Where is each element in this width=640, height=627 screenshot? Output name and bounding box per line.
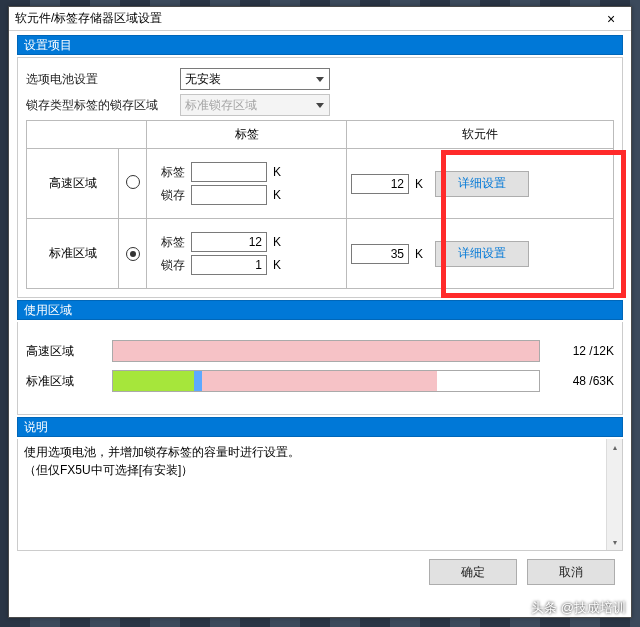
usage-hs-label: 高速区域 bbox=[26, 343, 106, 360]
highspeed-radio[interactable] bbox=[126, 175, 140, 189]
hs-latch-input[interactable] bbox=[191, 185, 267, 205]
hs-tag-label: 标签 bbox=[151, 164, 185, 181]
col-device: 软元件 bbox=[347, 121, 614, 149]
unit-k: K bbox=[273, 188, 287, 202]
hs-latch-label: 锁存 bbox=[151, 187, 185, 204]
titlebar: 软元件/标签存储器区域设置 × bbox=[9, 7, 631, 31]
unit-k: K bbox=[273, 165, 287, 179]
row-standard: 标准区域 bbox=[27, 219, 119, 289]
dialog-footer: 确定 取消 bbox=[17, 553, 623, 591]
cancel-button[interactable]: 取消 bbox=[527, 559, 615, 585]
usage-st-stat: 48 /63K bbox=[546, 374, 614, 388]
unit-k: K bbox=[415, 177, 429, 191]
desc-header: 说明 bbox=[17, 417, 623, 437]
col-tag: 标签 bbox=[147, 121, 347, 149]
usage-hs-stat: 12 /12K bbox=[546, 344, 614, 358]
window-title: 软元件/标签存储器区域设置 bbox=[15, 10, 162, 27]
scroll-down-icon[interactable]: ▾ bbox=[607, 534, 623, 550]
close-icon[interactable]: × bbox=[591, 7, 631, 31]
usage-panel: 高速区域 12 /12K 标准区域 48 /63K bbox=[17, 322, 623, 415]
settings-panel: 选项电池设置 无安装 锁存类型标签的锁存区域 标准锁存区域 bbox=[17, 57, 623, 298]
st-latch-label: 锁存 bbox=[151, 257, 185, 274]
battery-label: 选项电池设置 bbox=[26, 71, 166, 88]
latch-area-label: 锁存类型标签的锁存区域 bbox=[26, 97, 166, 114]
usage-hs-bar bbox=[112, 340, 540, 362]
unit-k: K bbox=[273, 235, 287, 249]
dialog-window: 软元件/标签存储器区域设置 × 设置项目 选项电池设置 无安装 锁存类型标签的锁… bbox=[8, 6, 632, 618]
settings-header: 设置项目 bbox=[17, 35, 623, 55]
battery-select[interactable]: 无安装 bbox=[180, 68, 330, 90]
usage-header: 使用区域 bbox=[17, 300, 623, 320]
st-device-input[interactable] bbox=[351, 244, 409, 264]
usage-st-label: 标准区域 bbox=[26, 373, 106, 390]
row-highspeed: 高速区域 bbox=[27, 149, 119, 219]
hs-device-input[interactable] bbox=[351, 174, 409, 194]
hs-tag-input[interactable] bbox=[191, 162, 267, 182]
usage-st-bar bbox=[112, 370, 540, 392]
st-latch-input[interactable] bbox=[191, 255, 267, 275]
scroll-up-icon[interactable]: ▴ bbox=[607, 439, 623, 455]
watermark: 头条 @技成培训 bbox=[531, 599, 626, 617]
hs-detail-button[interactable]: 详细设置 bbox=[435, 171, 529, 197]
latch-area-select: 标准锁存区域 bbox=[180, 94, 330, 116]
scrollbar[interactable]: ▴ ▾ bbox=[606, 439, 622, 550]
unit-k: K bbox=[273, 258, 287, 272]
st-tag-input[interactable] bbox=[191, 232, 267, 252]
region-table: 标签 软元件 高速区域 标签 K 锁存 bbox=[26, 120, 614, 289]
unit-k: K bbox=[415, 247, 429, 261]
description-text: 使用选项电池，并增加锁存标签的容量时进行设置。 （但仅FX5U中可选择[有安装]… bbox=[18, 439, 622, 483]
standard-radio[interactable] bbox=[126, 247, 140, 261]
st-detail-button[interactable]: 详细设置 bbox=[435, 241, 529, 267]
ok-button[interactable]: 确定 bbox=[429, 559, 517, 585]
st-tag-label: 标签 bbox=[151, 234, 185, 251]
description-box: 使用选项电池，并增加锁存标签的容量时进行设置。 （但仅FX5U中可选择[有安装]… bbox=[17, 439, 623, 551]
